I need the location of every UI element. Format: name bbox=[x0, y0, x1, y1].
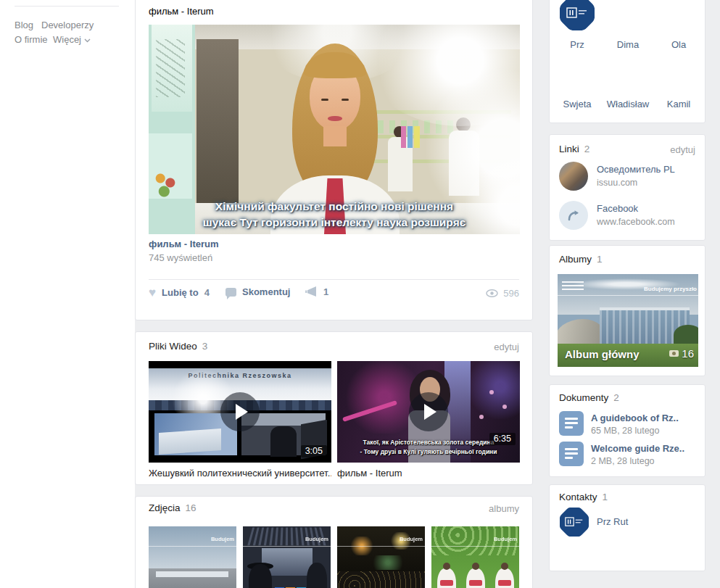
photo-watermark: Budujem bbox=[400, 536, 423, 542]
footer-link-blog[interactable]: Blog bbox=[15, 20, 33, 30]
video2-caption[interactable]: фильм - Iterum bbox=[337, 468, 520, 479]
video1-duration-badge: 3:05 bbox=[301, 445, 327, 457]
like-button[interactable]: ♥ Lubię to 4 bbox=[149, 286, 210, 299]
photo4-art-dancer bbox=[495, 568, 514, 588]
album-overlay-slogan: Budujemy przyszło bbox=[644, 286, 697, 292]
document1-meta: 65 MB, 28 lutego bbox=[591, 426, 660, 436]
video-art-molecules bbox=[156, 39, 185, 97]
post-video-views: 745 wyświetleń bbox=[149, 252, 212, 263]
comment-label: Skomentuj bbox=[242, 286, 290, 297]
albums-count: 1 bbox=[597, 254, 603, 265]
photo-thumbnail-4[interactable]: Budujem bbox=[431, 526, 519, 588]
contacts-section-header[interactable]: Kontakty1 bbox=[559, 492, 608, 502]
contacts-header-label: Kontakty bbox=[559, 492, 597, 502]
album-photo-count: 16 bbox=[669, 347, 694, 360]
album-art-logo-text bbox=[562, 281, 584, 290]
subtitle-line-1: Хімічний факультет постійно нові рішення bbox=[149, 199, 520, 215]
video-art-eye bbox=[342, 99, 349, 101]
links-count: 2 bbox=[584, 144, 590, 154]
videos-edit-link[interactable]: edytuj bbox=[494, 341, 519, 352]
post-video-player[interactable]: Хімічний факультет постійно нові рішення… bbox=[149, 25, 520, 234]
footer-more-label: Więcej bbox=[53, 34, 81, 45]
photo3-art-crowd bbox=[337, 571, 425, 588]
video1-art-seat bbox=[270, 426, 297, 457]
post-action-bar: ♥ Lubię to 4 Skomentuj 1 596 bbox=[149, 286, 519, 304]
photos-header-label: Zdjęcia bbox=[149, 502, 181, 513]
video2-art-bokeh bbox=[479, 415, 484, 419]
album-cover[interactable]: Budujemy przyszło Album główny 16 bbox=[558, 274, 698, 367]
footer-link-more[interactable]: Więcej bbox=[53, 34, 91, 45]
photo2-art-pilot bbox=[249, 564, 272, 588]
document-icon[interactable] bbox=[559, 411, 584, 436]
document2-title[interactable]: Welcome guide Rze.. bbox=[591, 443, 684, 454]
video1-caption[interactable]: Жешувкий политехнический университет... bbox=[149, 468, 331, 479]
footer-link-about[interactable]: O firmie bbox=[15, 34, 48, 45]
member-name[interactable]: Ola bbox=[653, 39, 705, 50]
like-count: 4 bbox=[204, 287, 210, 298]
link2-avatar[interactable] bbox=[559, 201, 588, 230]
link1-title[interactable]: Осведомитель PL bbox=[597, 164, 675, 175]
member-avatar-prz[interactable] bbox=[559, 0, 595, 31]
albums-section-header[interactable]: Albumy1 bbox=[559, 254, 603, 265]
videos-count: 3 bbox=[202, 341, 208, 352]
contact-name[interactable]: Prz Rut bbox=[597, 516, 628, 527]
album-count-number: 16 bbox=[682, 347, 694, 360]
link1-domain: issuu.com bbox=[597, 178, 637, 188]
video-thumbnail-1[interactable]: Politechnika Rzeszowska 3:05 bbox=[149, 361, 331, 463]
post-views-counter: 596 bbox=[486, 288, 519, 299]
photo4-art-dancer bbox=[466, 568, 485, 588]
documents-section-header[interactable]: Dokumenty2 bbox=[559, 392, 619, 403]
videos-header-label: Pliki Wideo bbox=[149, 341, 197, 352]
member-name[interactable]: Swjeta bbox=[551, 99, 603, 109]
link1-avatar[interactable] bbox=[559, 162, 588, 191]
member-name[interactable]: Dima bbox=[602, 39, 654, 50]
subtitle-line-2: шукає Тут горизонти інтелекту наука розш… bbox=[149, 215, 520, 231]
albums-section-card: Albumy1 Budujemy przyszło Album główny 1… bbox=[549, 245, 705, 376]
share-count: 1 bbox=[323, 286, 328, 297]
footer-divider bbox=[15, 6, 119, 7]
video2-duration-badge: 6:35 bbox=[489, 433, 516, 445]
photo-watermark-line bbox=[431, 546, 519, 547]
photos-albums-link[interactable]: albumy bbox=[489, 503, 519, 514]
document-icon[interactable] bbox=[559, 442, 584, 466]
like-label: Lubię to bbox=[162, 287, 199, 298]
photo1-art-facade bbox=[156, 571, 228, 577]
photos-section-header[interactable]: Zdjęcia16 bbox=[149, 502, 196, 513]
comment-button[interactable]: Skomentuj bbox=[225, 286, 290, 297]
documents-section-card: Dokumenty2 A guidebook of Rz.. 65 MB, 28… bbox=[549, 384, 705, 477]
play-icon[interactable] bbox=[220, 392, 260, 431]
play-icon[interactable] bbox=[409, 392, 448, 431]
member-name[interactable]: Kamil bbox=[653, 99, 705, 109]
album-art-trees bbox=[674, 325, 698, 345]
photo-watermark-line bbox=[149, 546, 236, 547]
members-card: Prz Dima Ola Swjeta Władisław Kamil bbox=[549, 0, 705, 123]
camera-icon bbox=[669, 350, 679, 357]
share-button[interactable]: 1 bbox=[304, 286, 328, 297]
member-name[interactable]: Władisław bbox=[602, 99, 654, 109]
contact-avatar[interactable] bbox=[559, 507, 589, 537]
links-edit-link[interactable]: edytuj bbox=[670, 144, 695, 155]
video-subtitles: Хімічний факультет постійно нові рішення… bbox=[149, 199, 520, 231]
video2-art-bokeh bbox=[489, 390, 494, 394]
photo-thumbnail-3[interactable]: Budujem bbox=[337, 526, 425, 588]
comment-icon bbox=[225, 288, 236, 297]
album-watermark-line bbox=[558, 295, 698, 296]
video-art-test-tubes bbox=[401, 126, 420, 148]
video2-art-bokeh bbox=[502, 405, 507, 409]
photo-watermark-line bbox=[337, 546, 425, 547]
links-section-header[interactable]: Linki2 bbox=[559, 144, 589, 154]
photo-thumbnail-2[interactable]: Budujem bbox=[243, 526, 331, 588]
documents-header-label: Dokumenty bbox=[559, 392, 608, 403]
heart-icon: ♥ bbox=[149, 286, 156, 299]
link2-title[interactable]: Facebook bbox=[597, 203, 638, 214]
document1-title[interactable]: A guidebook of Rz.. bbox=[591, 413, 679, 423]
post-video-title-link[interactable]: фильм - Iterum bbox=[149, 239, 219, 249]
footer-link-developers[interactable]: Developerzy bbox=[41, 20, 94, 30]
videos-section-header[interactable]: Pliki Wideo3 bbox=[149, 341, 207, 352]
post-views-count: 596 bbox=[503, 288, 519, 299]
photos-section-card: Zdjęcia16 albumy Budujem Budujem bbox=[135, 496, 533, 588]
member-name[interactable]: Prz bbox=[551, 39, 603, 50]
photo-thumbnail-1[interactable]: Budujem bbox=[149, 526, 236, 588]
video-thumbnail-2[interactable]: Такої, як Арістотелевська золота середин… bbox=[337, 361, 520, 463]
contacts-section-card: Kontakty1 Prz Rut bbox=[549, 484, 705, 571]
